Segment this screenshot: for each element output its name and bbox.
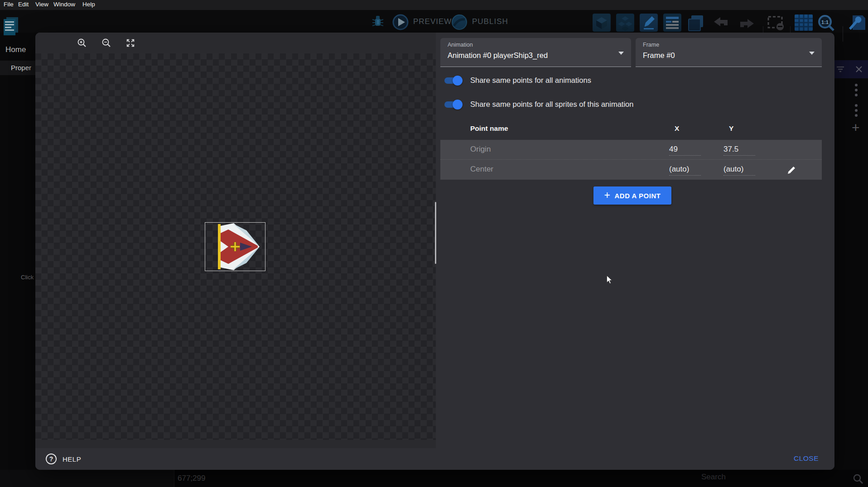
canvas-zoom-toolbar: [35, 33, 436, 53]
menu-file[interactable]: File: [4, 1, 14, 8]
svg-text:?: ?: [49, 455, 53, 463]
sprite-player-ship[interactable]: [205, 222, 265, 271]
dialog-footer: ? HELP CLOSE: [35, 448, 834, 470]
chevron-down-icon: [618, 52, 624, 55]
center-x-field[interactable]: (auto): [669, 165, 701, 176]
menu-help[interactable]: Help: [82, 1, 95, 8]
tab-home[interactable]: Home: [5, 45, 26, 54]
mask-selection-icon[interactable]: [767, 16, 786, 30]
kebab-menu-icon[interactable]: [854, 102, 858, 119]
animation-select[interactable]: Animation Animation #0 playerShip3_red: [440, 38, 631, 67]
project-manager-icon[interactable]: [3, 16, 19, 36]
layers-icon[interactable]: [687, 14, 705, 32]
publish-globe-icon[interactable]: [451, 14, 468, 30]
fit-to-screen-icon[interactable]: [125, 38, 135, 48]
menu-edit[interactable]: Edit: [18, 1, 29, 8]
events-list-icon[interactable]: [663, 14, 681, 32]
preview-button[interactable]: PREVIEW: [413, 17, 452, 26]
column-header-x: X: [675, 124, 679, 133]
properties-hint-text: Click: [21, 274, 34, 281]
search-icon[interactable]: [853, 473, 863, 484]
points-panel: Animation Animation #0 playerShip3_red F…: [440, 33, 834, 448]
column-header-y: Y: [729, 124, 733, 133]
edit-point-pencil-icon[interactable]: [786, 164, 797, 175]
redo-icon[interactable]: [738, 16, 754, 29]
zoom-one-to-one-icon[interactable]: 1:1: [817, 14, 835, 33]
share-points-animations-toggle[interactable]: [442, 75, 463, 86]
instances-icon[interactable]: [616, 14, 634, 32]
plus-icon: +: [604, 189, 611, 201]
zoom-in-icon[interactable]: [77, 38, 87, 48]
publish-button[interactable]: PUBLISH: [472, 17, 508, 26]
add-object-icon[interactable]: +: [852, 120, 860, 135]
objects-panel-header: [834, 60, 868, 78]
share-points-sprites-toggle[interactable]: [442, 99, 463, 110]
project-settings-wrench-icon[interactable]: [846, 14, 866, 33]
origin-x-field[interactable]: 49: [669, 145, 701, 156]
zoom-out-icon[interactable]: [101, 38, 111, 48]
app-window: File Edit View Window Help PREVIEW PUBLI…: [0, 0, 868, 487]
edit-scene-pencil-icon[interactable]: [640, 14, 658, 32]
close-button[interactable]: CLOSE: [794, 454, 819, 463]
edit-points-dialog: Animation Animation #0 playerShip3_red F…: [35, 33, 834, 470]
main-toolbar: PREVIEW PUBLISH: [0, 10, 868, 33]
toggle-label: Share same points for all sprites of thi…: [470, 100, 633, 109]
status-bar-left-panel: [0, 470, 174, 487]
table-row-origin[interactable]: Origin 49 37.5: [440, 140, 822, 160]
menu-window[interactable]: Window: [53, 1, 75, 8]
menu-bar: File Edit View Window Help: [0, 0, 868, 10]
add-point-button[interactable]: + ADD A POINT: [593, 186, 671, 205]
menu-view[interactable]: View: [35, 1, 48, 8]
svg-text:1:1: 1:1: [821, 19, 829, 25]
canvas-vertical-scrollbar[interactable]: [435, 202, 436, 264]
search-input[interactable]: [701, 473, 846, 482]
preview-play-icon[interactable]: [392, 14, 409, 30]
canvas-horizontal-scrollbar[interactable]: [35, 440, 436, 448]
close-panel-icon[interactable]: [855, 66, 863, 73]
cursor-coordinates: 677;299: [178, 474, 205, 483]
table-row-center[interactable]: Center (auto) (auto): [440, 160, 822, 180]
points-table: Origin 49 37.5 Center (auto) (auto): [440, 140, 822, 180]
chevron-down-icon: [809, 52, 815, 55]
frame-select[interactable]: Frame Frame #0: [636, 38, 822, 67]
objects-list-icon[interactable]: [593, 14, 611, 32]
origin-y-field[interactable]: 37.5: [723, 145, 755, 156]
undo-icon[interactable]: [714, 16, 730, 29]
filter-icon[interactable]: [836, 66, 844, 73]
mouse-cursor: [606, 275, 613, 285]
help-question-icon: ?: [45, 453, 57, 465]
toolbar-divider: [843, 26, 843, 42]
column-header-point-name: Point name: [470, 124, 508, 133]
status-bar: 677;299: [0, 470, 868, 487]
center-y-field[interactable]: (auto): [723, 165, 755, 176]
debugger-icon[interactable]: [371, 14, 384, 29]
help-button[interactable]: ? HELP: [45, 448, 81, 470]
kebab-menu-icon[interactable]: [854, 81, 858, 99]
grid-icon[interactable]: [795, 14, 813, 31]
tab-properties[interactable]: Proper: [0, 61, 35, 75]
toggle-label: Share same points for all animations: [470, 76, 591, 85]
